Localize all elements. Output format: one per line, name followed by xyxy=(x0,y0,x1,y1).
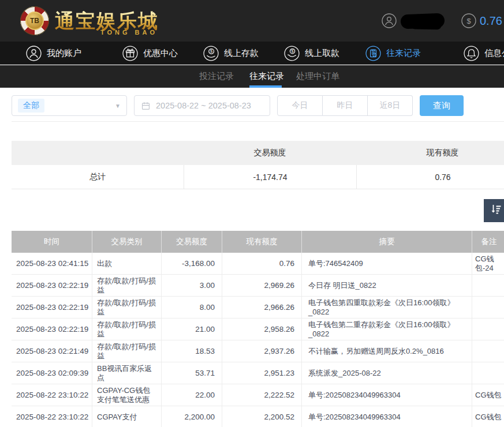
record-tab-label: 往来记录 xyxy=(249,71,284,82)
table-column-header: 现有额度 xyxy=(222,231,302,253)
cell-summary: 单号:746542409 xyxy=(302,253,472,274)
cell-summary: 单号:202508234049963304 xyxy=(302,406,472,427)
filter-divider xyxy=(12,121,504,122)
table-column-header: 交易额度 xyxy=(162,231,222,253)
record-tab-label: 处理中订单 xyxy=(296,71,339,82)
nav-item-label: 信息公告 xyxy=(484,48,504,59)
cell-summary: 单号:202508234049963304 xyxy=(302,384,472,406)
username-redacted[interactable] xyxy=(401,13,445,29)
type-filter-select[interactable]: 全部 ▼ xyxy=(12,95,127,116)
nav-item-label: 我的账户 xyxy=(47,48,81,59)
table-row[interactable]: 2025-08-23 02:09:39 BB视讯百家乐返点 53.71 2,95… xyxy=(12,362,504,384)
nav-item[interactable]: 优惠中心 xyxy=(122,42,178,65)
date-range-input[interactable]: 2025-08-22 ~ 2025-08-23 xyxy=(134,95,270,116)
svg-text:$: $ xyxy=(466,17,471,25)
sort-button[interactable] xyxy=(484,199,504,222)
cell-time: 2025-08-22 23:10:22 xyxy=(12,406,92,427)
cell-balance: 2,966.26 xyxy=(222,297,302,318)
nav-item[interactable]: 信息公告 xyxy=(464,42,504,65)
summary-table: 交易额度 现有额度 总计 -1,174.74 0.76 xyxy=(12,141,504,189)
cell-time: 2025-08-23 02:21:49 xyxy=(12,340,92,362)
cell-remark xyxy=(472,297,504,318)
table-row[interactable]: 2025-08-23 02:22:19 存款/取款/打码/损益 8.00 2,9… xyxy=(12,297,504,319)
table-row[interactable]: 2025-08-23 02:22:19 存款/取款/打码/损益 21.00 2,… xyxy=(12,319,504,340)
quick-range-group: 今日昨日近8日 xyxy=(277,95,413,116)
brand-name: 通宝娱乐城 xyxy=(55,11,159,31)
transactions-table-body: 2025-08-23 02:41:15 出款 -3,168.00 0.76 单号… xyxy=(12,253,504,427)
user-icon[interactable] xyxy=(382,13,397,28)
balance-display[interactable]: 0.76RMB xyxy=(480,14,504,28)
summary-total-balance: 0.76 xyxy=(356,165,504,189)
cell-type: 存款/取款/打码/损益 xyxy=(92,340,162,362)
cell-type: BB视讯百家乐返点 xyxy=(92,362,162,384)
app-root: TB 通宝娱乐城 TONG BAO $ 0.76RMB 我的账户 xyxy=(0,0,504,427)
summary-header-row: 交易额度 现有额度 xyxy=(12,141,504,165)
quick-range-button[interactable]: 近8日 xyxy=(368,95,413,116)
cell-time: 2025-08-23 02:41:15 xyxy=(12,253,92,274)
brand-logo[interactable]: TB 通宝娱乐城 TONG BAO xyxy=(20,6,159,36)
record-tab-label: 投注记录 xyxy=(199,71,234,82)
cell-type: 存款/取款/打码/损益 xyxy=(92,319,162,340)
table-row[interactable]: 2025-08-23 02:22:19 存款/取款/打码/损益 3.00 2,9… xyxy=(12,275,504,297)
casino-chip-icon: TB xyxy=(20,6,49,35)
cell-amount: 8.00 xyxy=(162,297,222,318)
cell-remark xyxy=(472,275,504,296)
brand-name-en: TONG BAO xyxy=(100,29,158,36)
cell-amount: 53.71 xyxy=(162,362,222,384)
table-row[interactable]: 2025-08-22 23:10:22 CGPAY支付 2,200.00 2,2… xyxy=(12,406,504,427)
cell-type: CGPAY支付 xyxy=(92,406,162,427)
nav-item[interactable]: 往来记录 xyxy=(365,42,421,65)
user-icon xyxy=(26,46,42,61)
cell-time: 2025-08-23 02:22:19 xyxy=(12,319,92,340)
table-column-header: 交易类别 xyxy=(92,231,162,253)
nav-item[interactable]: 我的账户 xyxy=(26,42,81,65)
cell-remark xyxy=(472,340,504,362)
query-button[interactable]: 查询 xyxy=(420,95,464,116)
summary-header-balance: 现有额度 xyxy=(356,141,504,165)
cell-balance: 2,958.26 xyxy=(222,319,302,340)
cell-time: 2025-08-23 02:22:19 xyxy=(12,275,92,296)
table-row[interactable]: 2025-08-23 02:41:15 出款 -3,168.00 0.76 单号… xyxy=(12,253,504,275)
cell-remark: CG钱包 xyxy=(472,384,504,406)
cell-summary: 电子钱包第四重取款彩金《次日16:00领取》_0822 xyxy=(302,297,472,318)
sort-descending-icon xyxy=(489,203,503,219)
cell-remark xyxy=(472,362,504,384)
cell-amount: 22.00 xyxy=(162,384,222,406)
table-row[interactable]: 2025-08-22 23:10:22 CGPAY-CG钱包支付笔笔送优惠 22… xyxy=(12,384,504,406)
nav-item[interactable]: $ 线上取款 xyxy=(284,42,339,65)
nav-item-label: 往来记录 xyxy=(386,48,421,59)
summary-total-amount: -1,174.74 xyxy=(184,165,356,189)
summary-header-empty xyxy=(12,141,184,165)
nav-item-label: 线上取款 xyxy=(305,48,339,59)
table-row[interactable]: 2025-08-23 02:21:49 存款/取款/打码/损益 18.53 2,… xyxy=(12,340,504,362)
cell-balance: 2,937.26 xyxy=(222,340,302,362)
cell-remark: CG钱包-24 xyxy=(472,253,504,274)
cell-time: 2025-08-23 02:22:19 xyxy=(12,297,92,318)
cell-summary: 今日存 明日送_0822 xyxy=(302,275,472,296)
table-column-header: 备注 xyxy=(472,231,504,253)
cell-summary: 电子钱包第二重存款彩金《次日16:00领取》_0822 xyxy=(302,319,472,340)
type-filter-selected-tag[interactable]: 全部 xyxy=(18,99,44,113)
cell-balance: 2,222.52 xyxy=(222,384,302,406)
summary-header-amount: 交易额度 xyxy=(184,141,356,165)
chip-label: TB xyxy=(25,12,44,30)
record-tab[interactable]: 往来记录 xyxy=(249,65,284,88)
withdraw-icon: $ xyxy=(284,46,300,61)
cell-balance: 2,951.23 xyxy=(222,362,302,384)
deposit-icon: $ xyxy=(203,46,219,61)
nav-item[interactable]: $ 线上存款 xyxy=(203,42,259,65)
quick-range-button[interactable]: 今日 xyxy=(277,95,323,116)
record-tab[interactable]: 处理中订单 xyxy=(296,65,339,88)
gift-icon xyxy=(122,46,138,61)
cell-amount: 2,200.00 xyxy=(162,406,222,427)
summary-total-row: 总计 -1,174.74 0.76 xyxy=(12,165,504,189)
cell-balance: 0.76 xyxy=(222,253,302,274)
cell-remark xyxy=(472,319,504,340)
quick-range-button[interactable]: 昨日 xyxy=(323,95,368,116)
dollar-icon[interactable]: $ xyxy=(461,13,476,28)
record-tab[interactable]: 投注记录 xyxy=(199,65,234,88)
brand-name-block: 通宝娱乐城 TONG BAO xyxy=(55,11,159,31)
table-column-header: 摘要 xyxy=(302,231,472,253)
table-column-header: 时间 xyxy=(12,231,92,253)
transactions-table-header: 时间交易类别交易额度现有额度摘要备注 xyxy=(12,231,504,253)
